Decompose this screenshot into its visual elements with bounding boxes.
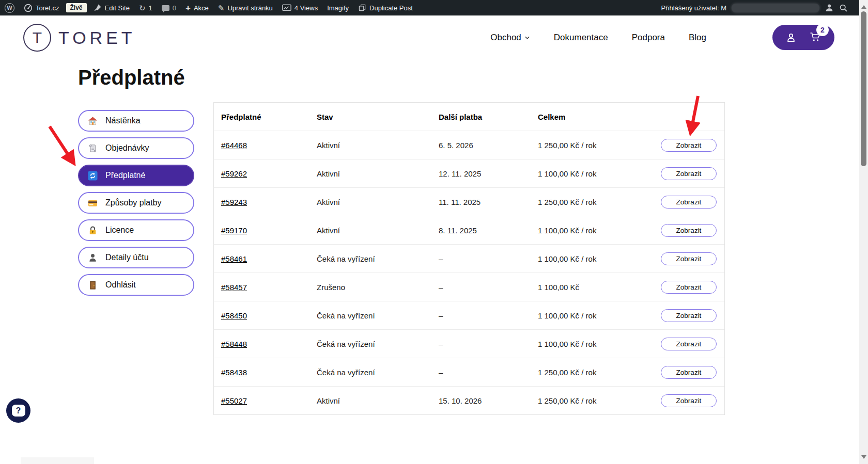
sidebar-item-licence[interactable]: Licence xyxy=(78,219,194,241)
new-actions-menu[interactable]: + Akce xyxy=(181,0,213,15)
account-sidebar: Nástěnka Objednávky Předplatné Způsoby p… xyxy=(78,110,194,301)
subscription-link[interactable]: #58450 xyxy=(221,311,317,320)
nav-item-blog[interactable]: Blog xyxy=(689,33,706,43)
comments-count: 0 xyxy=(173,4,176,12)
subscription-link[interactable]: #59262 xyxy=(221,169,317,178)
nav-dokumentace-label: Dokumentace xyxy=(554,33,608,43)
partial-tooltip-box xyxy=(21,457,94,464)
sidebar-label: Detaily účtu xyxy=(105,253,149,262)
edit-page-menu[interactable]: ✎ Upravit stránku xyxy=(213,0,277,15)
search-icon[interactable] xyxy=(839,4,848,12)
sidebar-item-detaily-uctu[interactable]: Detaily účtu xyxy=(78,247,194,268)
zobrazit-button[interactable]: Zobrazit xyxy=(661,224,717,237)
sidebar-item-predplatne[interactable]: Předplatné xyxy=(78,165,194,186)
table-row: #58457 Zrušeno – 1 100,00 Kč Zobrazit xyxy=(214,273,724,301)
nav-item-obchod[interactable]: Obchod xyxy=(490,33,530,43)
zobrazit-button[interactable]: Zobrazit xyxy=(661,366,717,379)
wordpress-menu[interactable]: W xyxy=(0,0,19,15)
zobrazit-button[interactable]: Zobrazit xyxy=(661,309,717,322)
scrollbar-down-arrow[interactable] xyxy=(861,455,866,461)
refresh-icon xyxy=(88,171,98,181)
scrollbar-up-arrow[interactable] xyxy=(861,3,866,9)
vertical-scrollbar[interactable] xyxy=(859,0,868,464)
total-cell: 1 250,00 Kč / rok xyxy=(538,396,661,405)
subscription-link[interactable]: #58438 xyxy=(221,368,317,377)
status-cell: Čeká na vyřízení xyxy=(317,368,439,377)
subscription-link[interactable]: #55027 xyxy=(221,396,317,405)
next-payment-cell: – xyxy=(439,368,538,377)
next-payment-cell: 6. 5. 2026 xyxy=(439,141,538,150)
edit-site-label: Edit Site xyxy=(105,4,130,12)
next-payment-cell: 12. 11. 2025 xyxy=(439,169,538,178)
subscription-link[interactable]: #58448 xyxy=(221,340,317,348)
subscription-link[interactable]: #64468 xyxy=(221,141,317,150)
subscription-link[interactable]: #59243 xyxy=(221,198,317,206)
help-button[interactable]: ? xyxy=(6,398,30,423)
scrollbar-thumb[interactable] xyxy=(861,11,866,166)
site-name-menu[interactable]: Toret.cz xyxy=(19,0,64,15)
toret-logo-monogram: T xyxy=(23,24,51,52)
subscription-link[interactable]: #58461 xyxy=(221,254,317,263)
next-payment-cell: – xyxy=(439,254,538,263)
toret-logo[interactable]: T TORET xyxy=(23,24,136,52)
status-cell: Aktivní xyxy=(317,396,439,405)
table-row: #55027 Aktivní 15. 10. 2026 1 250,00 Kč … xyxy=(214,386,724,414)
status-cell: Zrušeno xyxy=(317,283,439,292)
comments-menu[interactable]: 0 xyxy=(157,0,181,15)
table-row: #58461 Čeká na vyřízení – 1 100,00 Kč / … xyxy=(214,244,724,273)
scroll-icon xyxy=(88,143,98,153)
sidebar-item-odhlasit[interactable]: Odhlásit xyxy=(78,274,194,296)
col-header-celkem: Celkem xyxy=(538,113,661,121)
total-cell: 1 100,00 Kč / rok xyxy=(538,169,661,178)
edit-site-menu[interactable]: Edit Site xyxy=(89,0,134,15)
total-cell: 1 100,00 Kč / rok xyxy=(538,254,661,263)
question-mark-icon: ? xyxy=(12,405,25,417)
door-icon xyxy=(88,280,98,290)
zobrazit-button[interactable]: Zobrazit xyxy=(661,167,717,180)
zobrazit-button[interactable]: Zobrazit xyxy=(661,196,717,209)
nav-blog-label: Blog xyxy=(689,33,706,43)
total-cell: 1 250,00 Kč / rok xyxy=(538,198,661,206)
subscription-link[interactable]: #58457 xyxy=(221,283,317,292)
updates-count: 1 xyxy=(149,4,152,12)
updates-menu[interactable]: ↻ 1 xyxy=(134,0,157,15)
next-payment-cell: 15. 10. 2026 xyxy=(439,396,538,405)
col-header-dalsi-platba: Další platba xyxy=(439,113,538,121)
status-cell: Čeká na vyřízení xyxy=(317,311,439,320)
nav-item-podpora[interactable]: Podpora xyxy=(632,33,665,43)
next-payment-cell: – xyxy=(439,340,538,348)
table-row: #59170 Aktivní 8. 11. 2025 1 100,00 Kč /… xyxy=(214,216,724,244)
zobrazit-button[interactable]: Zobrazit xyxy=(661,338,717,350)
table-row: #64468 Aktivní 6. 5. 2026 1 250,00 Kč / … xyxy=(214,131,724,159)
sidebar-label: Objednávky xyxy=(105,143,149,153)
table-row: #59262 Aktivní 12. 11. 2025 1 100,00 Kč … xyxy=(214,159,724,187)
sidebar-item-objednavky[interactable]: Objednávky xyxy=(78,137,194,159)
total-cell: 1 100,00 Kč / rok xyxy=(538,226,661,235)
status-cell: Čeká na vyřízení xyxy=(317,254,439,263)
nav-obchod-label: Obchod xyxy=(490,33,521,43)
zobrazit-button[interactable]: Zobrazit xyxy=(661,139,717,152)
sidebar-item-zpusoby-platby[interactable]: Způsoby platby xyxy=(78,192,194,214)
credit-card-icon xyxy=(88,198,98,208)
logged-in-user-label: Přihlášený uživatel: M xyxy=(661,4,726,12)
user-icon[interactable] xyxy=(825,3,834,12)
nav-podpora-label: Podpora xyxy=(632,33,665,43)
account-cart-pill[interactable]: 2 xyxy=(772,25,834,50)
zobrazit-button[interactable]: Zobrazit xyxy=(661,394,717,407)
subscription-link[interactable]: #59170 xyxy=(221,226,317,235)
page-title: Předplatné xyxy=(78,66,185,89)
status-cell: Aktivní xyxy=(317,226,439,235)
views-menu[interactable]: 4 Views xyxy=(277,0,322,15)
duplicate-post-menu[interactable]: Duplicate Post xyxy=(353,0,417,15)
imagify-menu[interactable]: Imagify xyxy=(322,0,353,15)
zobrazit-button[interactable]: Zobrazit xyxy=(661,281,717,294)
account-icon[interactable] xyxy=(785,31,797,44)
nav-item-dokumentace[interactable]: Dokumentace xyxy=(554,33,608,43)
table-row: #58438 Čeká na vyřízení – 1 250,00 Kč / … xyxy=(214,358,724,386)
col-header-stav: Stav xyxy=(317,113,439,121)
zobrazit-button[interactable]: Zobrazit xyxy=(661,252,717,265)
next-payment-cell: – xyxy=(439,283,538,292)
edit-page-label: Upravit stránku xyxy=(227,4,272,12)
sidebar-item-nastenka[interactable]: Nástěnka xyxy=(78,110,194,132)
sidebar-label: Předplatné xyxy=(105,171,145,180)
